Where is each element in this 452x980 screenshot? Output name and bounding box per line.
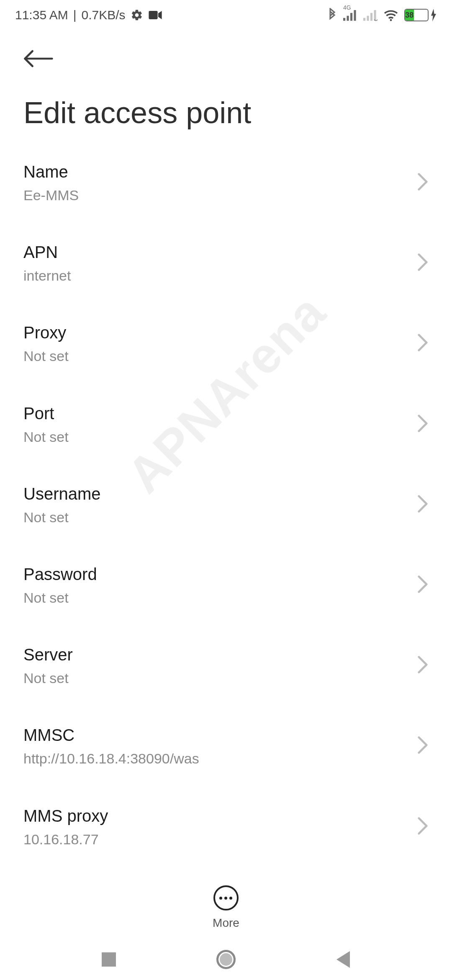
setting-label: APN: [23, 241, 412, 263]
chevron-right-icon: [417, 817, 429, 837]
more-label: More: [213, 916, 239, 930]
setting-text: Proxy Not set: [23, 322, 412, 365]
setting-text: Username Not set: [23, 483, 412, 526]
signal-4g-label: 4G: [343, 4, 351, 11]
setting-label: Proxy: [23, 322, 412, 343]
setting-label: MMS proxy: [23, 805, 412, 827]
more-icon: [213, 885, 239, 910]
status-bar: 11:35 AM | 0.7KB/s 4G ✕ 38: [0, 0, 452, 27]
setting-text: MMS proxy 10.16.18.77: [23, 805, 412, 848]
chevron-right-icon: [417, 655, 429, 676]
setting-row-mms-proxy[interactable]: MMS proxy 10.16.18.77: [23, 787, 429, 867]
svg-rect-5: [363, 18, 365, 21]
svg-rect-3: [350, 13, 352, 21]
signal-nosim-icon: ✕: [363, 9, 378, 21]
square-icon: [102, 952, 116, 967]
circle-icon: [216, 950, 236, 969]
svg-rect-0: [149, 11, 157, 19]
setting-label: Username: [23, 483, 412, 505]
setting-row-apn[interactable]: APN internet: [23, 223, 429, 303]
setting-row-username[interactable]: Username Not set: [23, 464, 429, 545]
bottom-action-bar: More: [0, 876, 452, 939]
setting-value: Ee-MMS: [23, 186, 412, 204]
setting-row-password[interactable]: Password Not set: [23, 545, 429, 625]
svg-point-11: [390, 19, 392, 21]
more-button[interactable]: More: [213, 885, 239, 930]
setting-value: Not set: [23, 669, 412, 687]
setting-row-mmsc[interactable]: MMSC http://10.16.18.4:38090/was: [23, 706, 429, 786]
signal-4g-icon: 4G: [343, 9, 357, 21]
svg-rect-4: [354, 10, 356, 21]
arrow-left-icon: [23, 49, 54, 69]
setting-row-port[interactable]: Port Not set: [23, 384, 429, 464]
header: Edit access point: [0, 27, 452, 130]
charging-bolt-icon: [430, 9, 437, 21]
setting-label: Port: [23, 402, 412, 424]
status-bar-right: 4G ✕ 38: [327, 8, 437, 22]
settings-list: Name Ee-MMS APN internet Proxy Not set P…: [0, 142, 452, 871]
battery-level-fill: 38: [405, 10, 414, 21]
svg-text:✕: ✕: [373, 18, 378, 21]
page-title: Edit access point: [23, 95, 429, 130]
setting-label: Server: [23, 644, 412, 665]
chevron-right-icon: [417, 333, 429, 353]
bluetooth-icon: [327, 8, 337, 22]
chevron-right-icon: [417, 173, 429, 193]
status-net-speed: 0.7KB/s: [82, 8, 126, 22]
setting-text: MMSC http://10.16.18.4:38090/was: [23, 724, 412, 768]
setting-text: Port Not set: [23, 402, 412, 446]
setting-label: MMSC: [23, 724, 412, 746]
svg-rect-7: [370, 13, 372, 21]
setting-text: Name Ee-MMS: [23, 161, 412, 204]
setting-value: Not set: [23, 588, 412, 607]
setting-value: http://10.16.18.4:38090/was: [23, 749, 412, 768]
setting-text: Password Not set: [23, 563, 412, 607]
chevron-right-icon: [417, 736, 429, 756]
status-sep: |: [73, 8, 77, 22]
system-nav-bar: [0, 939, 452, 980]
wifi-icon: [383, 9, 398, 21]
nav-home-button[interactable]: [213, 947, 239, 972]
nav-back-button[interactable]: [331, 947, 356, 972]
setting-value: Not set: [23, 508, 412, 526]
back-button[interactable]: [23, 42, 57, 75]
setting-value: 10.16.18.77: [23, 830, 412, 848]
nav-recent-button[interactable]: [96, 947, 121, 972]
chevron-right-icon: [417, 253, 429, 273]
svg-rect-2: [347, 16, 349, 21]
svg-rect-6: [367, 16, 369, 21]
battery-percent-text: 38: [405, 11, 413, 20]
svg-rect-1: [343, 18, 345, 21]
setting-label: Password: [23, 563, 412, 585]
setting-value: Not set: [23, 347, 412, 365]
setting-row-server[interactable]: Server Not set: [23, 625, 429, 706]
status-bar-left: 11:35 AM | 0.7KB/s: [15, 8, 162, 22]
chevron-right-icon: [417, 495, 429, 515]
chevron-right-icon: [417, 414, 429, 434]
setting-row-name[interactable]: Name Ee-MMS: [23, 142, 429, 223]
triangle-left-icon: [336, 951, 350, 968]
setting-value: internet: [23, 266, 412, 285]
setting-label: Name: [23, 161, 412, 183]
setting-text: Server Not set: [23, 644, 412, 687]
setting-row-proxy[interactable]: Proxy Not set: [23, 303, 429, 384]
battery-indicator: 38: [404, 9, 437, 21]
setting-text: APN internet: [23, 241, 412, 285]
camera-icon: [148, 10, 162, 21]
settings-gear-icon: [131, 9, 143, 21]
setting-value: Not set: [23, 428, 412, 446]
status-time: 11:35 AM: [15, 8, 68, 22]
chevron-right-icon: [417, 575, 429, 595]
